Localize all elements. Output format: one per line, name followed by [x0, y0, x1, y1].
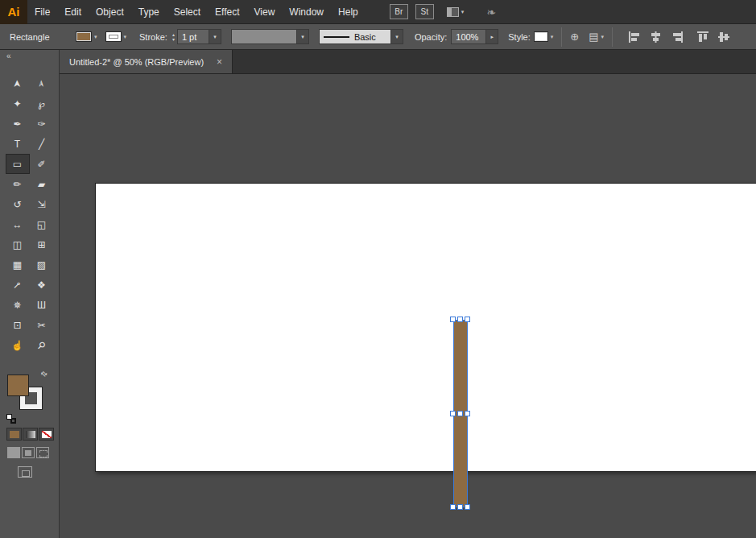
direct-selection-tool[interactable]: ➢	[30, 73, 54, 93]
align-center-icon[interactable]	[649, 31, 663, 43]
selection-handle[interactable]	[457, 504, 463, 510]
chevron-down-icon[interactable]: ▾	[172, 37, 175, 42]
direct-selection-icon: ➢	[37, 79, 47, 87]
fill-swatch	[76, 31, 92, 42]
hand-tool[interactable]: ☝	[6, 335, 30, 355]
selection-handle[interactable]	[457, 317, 463, 322]
menu-select[interactable]: Select	[167, 0, 208, 24]
rotate-icon: ↺	[13, 200, 21, 209]
menu-view[interactable]: View	[247, 0, 283, 24]
gradient-tool[interactable]: ▨	[30, 255, 54, 275]
menu-help[interactable]: Help	[331, 0, 366, 24]
chevron-down-icon[interactable]: ▾	[391, 29, 403, 44]
style-dropdown[interactable]: ▾	[534, 31, 554, 42]
workspace-switcher[interactable]: ▾	[447, 7, 465, 17]
symbol-sprayer-tool[interactable]: ✵	[6, 295, 30, 315]
stroke-width-stepper[interactable]: ▴ ▾	[172, 32, 175, 42]
slice-tool[interactable]: ✂	[30, 315, 54, 335]
menu-file[interactable]: File	[27, 0, 57, 24]
document-tab[interactable]: Untitled-2* @ 50% (RGB/Preview) ×	[60, 50, 233, 73]
screen-mode-button[interactable]	[18, 466, 32, 478]
selection-handle[interactable]	[465, 504, 470, 510]
app-logo: Ai	[0, 0, 27, 24]
magic-wand-tool[interactable]: ✦	[6, 93, 30, 114]
stroke-width-combo[interactable]: 1 pt ▾	[177, 29, 221, 44]
line-segment-tool[interactable]: ╱	[30, 134, 54, 154]
blend-tool[interactable]: ❖	[30, 275, 54, 295]
perspective-grid-icon: ⊞	[37, 240, 45, 250]
fill-color-picker[interactable]: ▾	[76, 31, 97, 42]
opacity-combo[interactable]: 100% ▸	[451, 29, 498, 44]
rotate-tool[interactable]: ↺	[6, 194, 30, 214]
stock-button[interactable]: St	[415, 4, 434, 19]
tools-panel: « ➤➢✦℘✒✑T╱▭✐✏▰↺⇲↔◱◫⊞▦▨⊸❖✵Ш⊡✂☝⚲ ⇄	[0, 50, 60, 538]
rectangle-tool[interactable]: ▭	[6, 154, 30, 174]
fill-indicator[interactable]	[7, 375, 29, 396]
close-tab-icon[interactable]: ×	[217, 56, 222, 68]
line-segment-icon: ╱	[39, 139, 44, 149]
selection-handle[interactable]	[465, 317, 470, 322]
paintbrush-tool[interactable]: ✐	[30, 154, 54, 174]
draw-normal-button[interactable]	[7, 447, 20, 458]
align-top-icon[interactable]	[696, 31, 710, 43]
menu-object[interactable]: Object	[89, 0, 131, 24]
type-tool[interactable]: T	[6, 134, 30, 154]
eraser-tool[interactable]: ▰	[30, 174, 54, 194]
globe-icon[interactable]: ⊕	[570, 31, 579, 43]
menu-window[interactable]: Window	[282, 0, 331, 24]
document-setup-button[interactable]: ▤ ▾	[589, 31, 604, 43]
lasso-tool[interactable]: ℘	[30, 93, 54, 114]
mesh-tool[interactable]: ▦	[6, 255, 30, 275]
menu-effect[interactable]: Effect	[208, 0, 246, 24]
draw-behind-button[interactable]	[22, 447, 35, 458]
artboard-tool[interactable]: ⊡	[6, 315, 30, 335]
free-transform-tool[interactable]: ◱	[30, 214, 54, 234]
perspective-grid-tool[interactable]: ⊞	[30, 234, 54, 255]
selection-center-handle[interactable]	[457, 411, 463, 416]
menu-edit[interactable]: Edit	[57, 0, 89, 24]
stroke-preview-line	[324, 36, 349, 38]
width-tool[interactable]: ↔	[6, 214, 30, 234]
chevron-down-icon[interactable]: ▾	[209, 29, 221, 44]
selection-handle[interactable]	[465, 411, 470, 416]
pencil-tool[interactable]: ✏	[6, 174, 30, 194]
pen-tool[interactable]: ✒	[6, 114, 30, 134]
color-button[interactable]	[6, 428, 22, 441]
selection-handle[interactable]	[450, 317, 456, 322]
none-button[interactable]	[39, 428, 54, 441]
width-profile-dropdown[interactable]: ▾	[231, 29, 309, 44]
scale-tool[interactable]: ⇲	[30, 194, 54, 214]
curvature-tool[interactable]: ✑	[30, 114, 54, 134]
gradient-button[interactable]	[23, 428, 38, 441]
chevron-down-icon[interactable]: ▾	[297, 29, 309, 44]
canvas[interactable]	[60, 74, 756, 538]
draw-inside-button[interactable]	[36, 447, 49, 458]
curvature-icon: ✑	[37, 119, 45, 129]
stroke-color-picker[interactable]: ▾	[105, 31, 127, 42]
flyout-right-icon[interactable]: ▸	[486, 29, 498, 44]
chevron-down-icon: ▾	[461, 9, 465, 15]
brush-definition-dropdown[interactable]: Basic ▾	[319, 29, 403, 44]
brush-preview-field: Basic	[319, 29, 391, 44]
menu-type[interactable]: Type	[131, 0, 167, 24]
column-graph-tool[interactable]: Ш	[30, 295, 54, 315]
selection-handle[interactable]	[450, 411, 456, 416]
zoom-tool[interactable]: ⚲	[30, 335, 54, 355]
align-right-icon[interactable]	[670, 31, 684, 43]
swap-fill-stroke-icon[interactable]: ⇄	[39, 369, 49, 379]
selection-tool[interactable]: ➤	[6, 73, 30, 93]
fill-stroke-control[interactable]: ⇄	[7, 375, 44, 413]
default-fill-stroke-icon[interactable]	[6, 414, 16, 424]
tab-bar: Untitled-2* @ 50% (RGB/Preview) ×	[60, 50, 756, 74]
eyedropper-tool[interactable]: ⊸	[6, 275, 30, 295]
blend-icon: ❖	[37, 280, 46, 290]
stroke-swatch	[105, 31, 122, 42]
selection-handle[interactable]	[450, 504, 456, 510]
align-left-icon[interactable]	[628, 31, 642, 43]
align-vertical-center-icon[interactable]	[717, 31, 731, 43]
shape-builder-tool[interactable]: ◫	[6, 234, 30, 255]
collapse-panel-button[interactable]: «	[0, 50, 59, 63]
artboard[interactable]	[95, 183, 756, 472]
eraser-icon: ▰	[38, 180, 45, 189]
bridge-button[interactable]: Br	[390, 4, 408, 19]
